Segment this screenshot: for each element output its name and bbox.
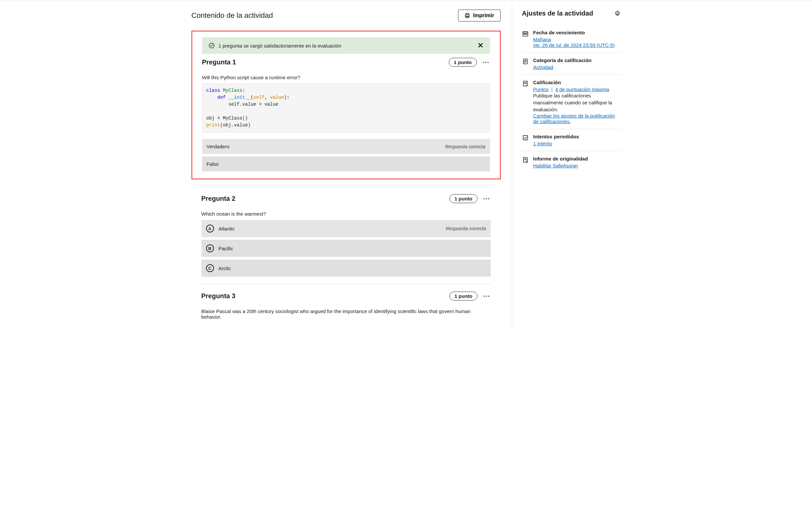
question-prompt: Blaise Pascal was a 20th century sociolo… bbox=[201, 308, 491, 320]
correct-indicator: Respuesta correcta bbox=[446, 226, 486, 231]
question-title: Pregunta 1 bbox=[202, 58, 236, 66]
check-circle-icon bbox=[209, 43, 215, 48]
correct-indicator: Respuesta correcta bbox=[445, 144, 485, 149]
question-prompt: Will this Python script cause a runtime … bbox=[202, 75, 490, 80]
banner-text: 1 pregunta se cargó satisfactoriamente e… bbox=[219, 43, 342, 48]
print-icon bbox=[464, 13, 470, 18]
answer-label: Verdadero bbox=[207, 144, 230, 149]
points-link[interactable]: Puntos bbox=[533, 87, 549, 92]
grading-text: Publique las calificaciones manualmente … bbox=[533, 92, 621, 113]
report-icon bbox=[522, 157, 529, 163]
safeassign-link[interactable]: Habilitar SafeAssign bbox=[533, 163, 578, 169]
svg-point-10 bbox=[525, 34, 526, 35]
max-score-link[interactable]: 4 de puntuación máxima bbox=[555, 87, 609, 92]
option-letter: C bbox=[206, 264, 214, 272]
due-date-link[interactable]: Mañana bbox=[533, 37, 551, 42]
answer-option[interactable]: A Atlantic Respuesta correcta bbox=[201, 220, 491, 237]
category-link[interactable]: Actividad bbox=[533, 64, 553, 70]
print-button[interactable]: Imprimir bbox=[458, 10, 500, 21]
grading-settings-link[interactable]: Cambiar los ajustes de la publicación de… bbox=[533, 113, 615, 124]
more-options-icon[interactable] bbox=[481, 60, 490, 64]
print-label: Imprimir bbox=[473, 13, 494, 18]
code-block: class MyClass: def __init__(self, value)… bbox=[202, 84, 490, 132]
calendar-icon bbox=[522, 30, 529, 37]
points-badge[interactable]: 1 punto bbox=[449, 194, 477, 203]
page-title: Contenido de la actividad bbox=[191, 11, 273, 20]
due-date-detail-link[interactable]: vie. 26 de jul. de 2024 23:59 (UTC-5) bbox=[533, 42, 615, 48]
svg-point-11 bbox=[526, 34, 527, 35]
answer-label: Falso bbox=[207, 161, 219, 167]
answer-option[interactable]: B Pacific bbox=[201, 240, 491, 257]
answer-option[interactable]: Falso bbox=[202, 157, 490, 171]
attempts-link[interactable]: 1 intento bbox=[533, 141, 552, 146]
svg-point-4 bbox=[617, 13, 618, 14]
checkbox-icon bbox=[522, 134, 529, 141]
answer-label: Pacific bbox=[219, 246, 233, 251]
answer-option[interactable]: C Arctic bbox=[201, 260, 491, 277]
originality-label: Informe de originalidad bbox=[533, 156, 621, 161]
points-badge[interactable]: 1 punto bbox=[449, 291, 477, 301]
answer-label: Atlantic bbox=[219, 226, 235, 231]
points-badge[interactable]: 1 punto bbox=[449, 58, 477, 67]
option-letter: A bbox=[206, 225, 214, 232]
grading-label: Calificación bbox=[533, 80, 621, 85]
answer-label: Arctic bbox=[219, 265, 231, 271]
option-letter: B bbox=[206, 244, 214, 252]
close-icon[interactable]: ✕ bbox=[478, 42, 483, 49]
separator: | bbox=[551, 87, 552, 92]
more-options-icon[interactable] bbox=[482, 294, 491, 298]
document-icon bbox=[522, 58, 529, 65]
more-options-icon[interactable] bbox=[482, 197, 491, 201]
category-label: Categoría de calificación bbox=[533, 57, 621, 63]
question-title: Pregunta 3 bbox=[201, 292, 235, 300]
due-date-label: Fecha de vencimiento bbox=[533, 30, 621, 35]
gear-icon[interactable] bbox=[614, 10, 621, 17]
svg-rect-19 bbox=[523, 135, 527, 140]
success-banner: 1 pregunta se cargó satisfactoriamente e… bbox=[202, 37, 490, 54]
question-title: Pregunta 2 bbox=[201, 195, 235, 202]
sidebar-title: Ajustes de la actividad bbox=[522, 10, 593, 17]
question-prompt: Which ocean is the warmest? bbox=[201, 211, 491, 217]
grade-icon bbox=[522, 80, 529, 87]
attempts-label: Intentos permitidos bbox=[533, 134, 621, 139]
svg-point-9 bbox=[524, 34, 524, 35]
answer-option[interactable]: Verdadero Respuesta correcta bbox=[202, 139, 490, 154]
